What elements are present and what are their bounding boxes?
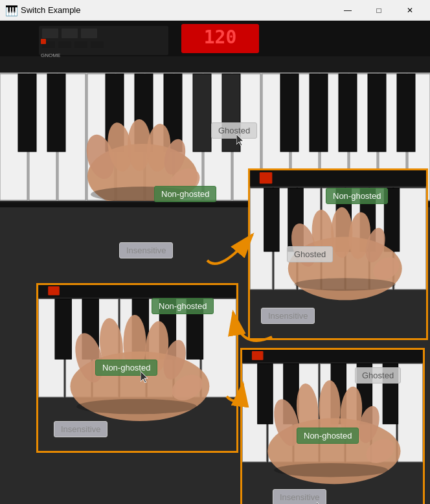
- svg-rect-79: [48, 286, 60, 295]
- panel1-non-ghosted-label: Non-ghosted: [326, 188, 388, 204]
- minimize-button[interactable]: —: [333, 0, 363, 21]
- svg-rect-55: [250, 170, 426, 186]
- svg-rect-38: [280, 74, 299, 152]
- panel2-insensitive-label: Insensitive: [54, 421, 107, 437]
- svg-rect-102: [242, 350, 422, 363]
- svg-rect-56: [260, 172, 273, 184]
- svg-point-76: [295, 278, 396, 291]
- svg-rect-87: [55, 299, 71, 359]
- svg-text:120: 120: [204, 27, 237, 48]
- svg-rect-103: [252, 351, 264, 360]
- panel2-non-ghosted-top-label: Non-ghosted: [152, 298, 214, 314]
- cursor-panel2: [141, 371, 150, 383]
- panel-1: Non-ghosted Ghosted Insensitive: [248, 168, 428, 340]
- svg-rect-111: [258, 363, 273, 424]
- svg-rect-32: [47, 74, 65, 152]
- svg-rect-11: [74, 41, 87, 48]
- svg-rect-64: [264, 188, 279, 251]
- svg-point-123: [274, 463, 388, 477]
- svg-rect-12: [91, 41, 104, 48]
- svg-rect-7: [62, 29, 78, 38]
- panel1-insensitive-label: Insensitive: [261, 308, 315, 324]
- svg-rect-110: [398, 363, 423, 461]
- svg-rect-2: [0, 56, 430, 73]
- svg-rect-40: [339, 74, 357, 152]
- maximize-button[interactable]: □: [364, 0, 394, 21]
- panel3-ghosted-label: Ghosted: [355, 367, 401, 384]
- app-icon: 🎹: [5, 5, 17, 16]
- svg-text:GNOME: GNOME: [41, 52, 60, 58]
- cursor-top: [236, 134, 245, 146]
- svg-rect-41: [368, 74, 386, 152]
- main-content: 120 GNOME: [0, 21, 430, 504]
- svg-rect-78: [39, 285, 236, 298]
- svg-rect-31: [18, 74, 36, 152]
- bg-non-ghosted-label: Non-ghosted: [154, 186, 216, 202]
- svg-rect-6: [42, 29, 58, 38]
- close-button[interactable]: ✕: [395, 0, 425, 21]
- panel-2: Non-ghosted Non-ghosted Insensitive: [36, 283, 238, 453]
- top-ghosted-label: Ghosted: [211, 122, 257, 139]
- panel3-non-ghosted-label: Non-ghosted: [297, 428, 359, 444]
- svg-rect-8: [81, 29, 97, 38]
- bg-insensitive-label: Insensitive: [119, 242, 173, 258]
- svg-marker-100: [141, 371, 148, 383]
- window-controls: — □ ✕: [333, 0, 425, 21]
- svg-rect-42: [397, 74, 415, 152]
- svg-point-99: [76, 399, 197, 414]
- svg-rect-13: [41, 39, 46, 44]
- panel1-ghosted-label: Ghosted: [287, 246, 333, 262]
- svg-rect-39: [310, 74, 328, 152]
- window-title: Switch Example: [21, 5, 333, 15]
- panel-3: Ghosted Non-ghosted Insensitive: [240, 348, 425, 504]
- svg-rect-36: [193, 74, 211, 152]
- svg-marker-53: [236, 134, 243, 146]
- svg-rect-10: [58, 41, 71, 48]
- title-bar: 🎹 Switch Example — □ ✕: [0, 0, 430, 21]
